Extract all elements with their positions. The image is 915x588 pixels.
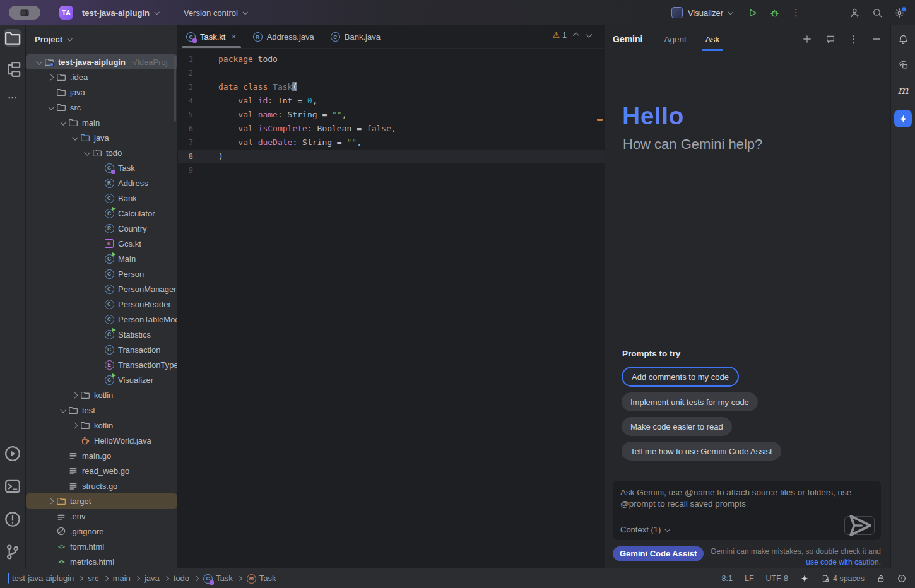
version-control-menu[interactable]: Version control bbox=[180, 6, 251, 20]
tree-item-transactiontype[interactable]: ETransactionType bbox=[26, 357, 177, 372]
tree-item-env[interactable]: .env bbox=[26, 509, 177, 524]
structure-tool-button[interactable] bbox=[4, 61, 21, 78]
error-stripe[interactable] bbox=[596, 48, 605, 568]
tree-item-idea[interactable]: .idea bbox=[26, 69, 177, 85]
tree-item-calculator[interactable]: CCalculator bbox=[26, 206, 177, 221]
maven-icon[interactable]: m bbox=[897, 85, 908, 95]
tree-item-person[interactable]: CPerson bbox=[26, 266, 177, 281]
prev-problem-icon[interactable] bbox=[573, 32, 579, 38]
project-tool-button[interactable] bbox=[4, 29, 21, 47]
close-tab-icon[interactable]: × bbox=[231, 32, 236, 42]
code-line-5[interactable]: 5 val name: String = "", bbox=[178, 108, 605, 122]
project-menu[interactable]: test-java-aiplugin bbox=[78, 6, 162, 20]
tree-item-transaction[interactable]: CTransaction bbox=[26, 342, 177, 357]
tree-item-kotlin[interactable]: kotlin bbox=[26, 387, 177, 403]
chevron-down-icon[interactable] bbox=[72, 134, 78, 140]
breadcrumb-test-java-aiplugin[interactable]: test-java-aiplugin bbox=[8, 573, 74, 583]
chevron-down-icon[interactable] bbox=[60, 119, 66, 125]
tree-scrollbar[interactable] bbox=[174, 56, 176, 122]
breadcrumb-src[interactable]: src bbox=[88, 573, 98, 583]
project-panel-header[interactable]: Project bbox=[26, 25, 177, 53]
chat-history-icon[interactable] bbox=[825, 34, 835, 44]
caution-link[interactable]: use code with caution. bbox=[806, 558, 881, 567]
gemini-more-icon[interactable]: ⋮ bbox=[849, 33, 858, 45]
more-tools-icon[interactable]: ⋯ bbox=[8, 92, 18, 103]
tree-item-structs-go[interactable]: structs.go bbox=[26, 478, 177, 493]
add-user-icon[interactable] bbox=[850, 8, 861, 18]
code-line-9[interactable]: 9 bbox=[178, 163, 605, 177]
tree-item-src[interactable]: src bbox=[26, 100, 177, 115]
code-line-4[interactable]: 4 val id: Int = 0, bbox=[178, 94, 605, 108]
tree-item-main[interactable]: main bbox=[26, 115, 177, 130]
new-chat-icon[interactable] bbox=[802, 34, 812, 44]
tree-item-test-java-aiplugin[interactable]: test-java-aiplugin~/IdeaProj bbox=[26, 54, 177, 69]
tree-item-persontablemode[interactable]: CPersonTableMode bbox=[26, 312, 177, 327]
tree-item-target[interactable]: target bbox=[26, 493, 177, 509]
tree-item-main[interactable]: CMain bbox=[26, 251, 177, 266]
inspections-status-icon[interactable] bbox=[897, 574, 906, 583]
broadcast-icon[interactable] bbox=[898, 59, 909, 70]
chevron-down-icon[interactable] bbox=[84, 149, 90, 155]
git-tool-button[interactable] bbox=[4, 543, 21, 561]
tab-task-kt[interactable]: CTask.kt× bbox=[178, 25, 245, 48]
tree-item-visualizer[interactable]: CVisualizer bbox=[26, 372, 177, 387]
tree-item-todo[interactable]: todo bbox=[26, 145, 177, 160]
tree-item-personmanager[interactable]: CPersonManager bbox=[26, 281, 177, 297]
search-icon[interactable] bbox=[872, 8, 883, 18]
prompt-chip-add-comments-to-my-code[interactable]: Add comments to my code bbox=[622, 367, 739, 387]
gemini-input-box[interactable]: Ask Gemini, use @name to attach source f… bbox=[613, 481, 881, 540]
prompt-chip-tell-me-how-to-use-gemini-code-assist[interactable]: Tell me how to use Gemini Code Assist bbox=[622, 442, 781, 461]
more-menu-icon[interactable]: ⋮ bbox=[791, 7, 801, 18]
settings-gear-icon[interactable] bbox=[894, 8, 905, 18]
code-line-6[interactable]: 6 val isComplete: Boolean = false, bbox=[178, 122, 605, 136]
breadcrumb-task-6[interactable]: mTask bbox=[247, 573, 276, 584]
tree-item-bank[interactable]: CBank bbox=[26, 191, 177, 206]
code-line-2[interactable]: 2 bbox=[178, 66, 605, 80]
terminal-tool-button[interactable] bbox=[4, 478, 21, 495]
tree-item-country[interactable]: RCountry bbox=[26, 221, 177, 236]
code-line-7[interactable]: 7 val dueDate: String = "", bbox=[178, 136, 605, 150]
tree-item-task[interactable]: CTask bbox=[26, 160, 177, 175]
tree-item-helloworld-java[interactable]: HelloWorld.java bbox=[26, 433, 177, 448]
notifications-bell-icon[interactable] bbox=[898, 34, 909, 45]
tree-item-test[interactable]: test bbox=[26, 403, 177, 418]
run-tool-button[interactable] bbox=[4, 445, 21, 462]
chevron-down-icon[interactable] bbox=[36, 58, 42, 64]
line-ending[interactable]: LF bbox=[745, 574, 754, 583]
tree-item-java[interactable]: java bbox=[26, 85, 177, 100]
tree-item-java[interactable]: java bbox=[26, 130, 177, 145]
chevron-right-icon[interactable] bbox=[72, 392, 78, 398]
breadcrumb-main[interactable]: main bbox=[113, 573, 131, 583]
unlocked-icon[interactable] bbox=[877, 574, 885, 583]
tree-item-personreader[interactable]: CPersonReader bbox=[26, 297, 177, 312]
caret-position[interactable]: 8:1 bbox=[722, 574, 733, 583]
breadcrumb-todo[interactable]: todo bbox=[174, 573, 189, 583]
tree-item-statistics[interactable]: CStatistics bbox=[26, 327, 177, 342]
encoding[interactable]: UTF-8 bbox=[766, 574, 788, 583]
run-button[interactable] bbox=[747, 8, 758, 18]
minimize-icon[interactable] bbox=[871, 34, 882, 44]
problems-tool-button[interactable] bbox=[4, 510, 21, 528]
code-line-3[interactable]: 3data class Task( bbox=[178, 80, 605, 94]
inspections-widget[interactable]: ⚠1 bbox=[552, 30, 591, 40]
warning-stripe-mark[interactable] bbox=[597, 119, 603, 121]
tree-item-main-go[interactable]: main.go bbox=[26, 448, 177, 463]
breadcrumb-task-5[interactable]: CTask bbox=[203, 573, 233, 584]
tree-item-gcs-kt[interactable]: KGcs.kt bbox=[26, 236, 177, 251]
prompt-chip-implement-unit-tests-for-my-code[interactable]: Implement unit tests for my code bbox=[622, 392, 758, 411]
window-controls[interactable] bbox=[9, 6, 40, 20]
run-config-select[interactable]: Visualizer bbox=[668, 4, 736, 21]
code-line-8[interactable]: 8) bbox=[178, 150, 605, 163]
chevron-right-icon[interactable] bbox=[72, 422, 78, 428]
chevron-down-icon[interactable] bbox=[60, 406, 66, 413]
gemini-tab-agent[interactable]: Agent bbox=[664, 25, 686, 53]
chevron-down-icon[interactable] bbox=[48, 103, 54, 110]
prompt-chip-make-code-easier-to-read[interactable]: Make code easier to read bbox=[622, 417, 732, 436]
chevron-right-icon[interactable] bbox=[48, 498, 54, 504]
tree-item-read-web-go[interactable]: read_web.go bbox=[26, 463, 177, 478]
tree-item-kotlin[interactable]: kotlin bbox=[26, 418, 177, 433]
chevron-right-icon[interactable] bbox=[48, 74, 54, 80]
context-selector[interactable]: Context (1) bbox=[620, 525, 669, 534]
breadcrumb-java[interactable]: java bbox=[145, 573, 160, 583]
gemini-tab-ask[interactable]: Ask bbox=[705, 25, 720, 53]
